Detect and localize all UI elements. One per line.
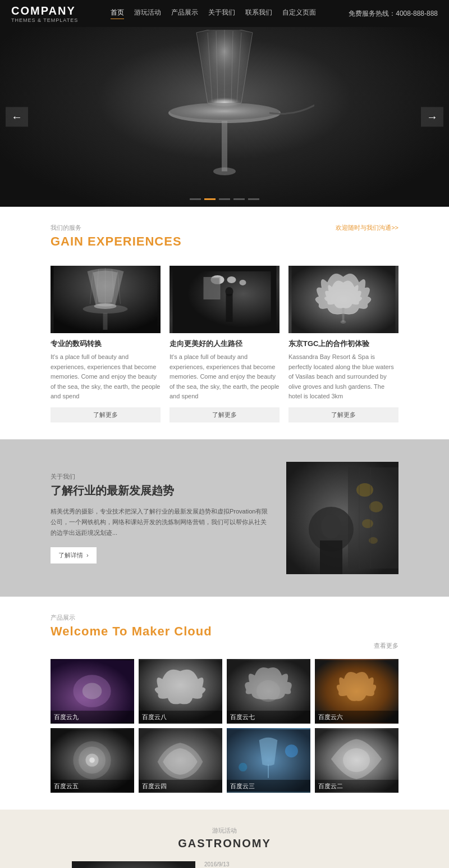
- product-item-8[interactable]: 百度云二: [315, 728, 398, 793]
- product-item-2[interactable]: 百度云八: [139, 659, 222, 724]
- product-label-3: 百度云七: [227, 711, 310, 724]
- product-label-2: 百度云八: [139, 711, 222, 724]
- logo-company: COMPANY: [11, 4, 76, 17]
- product-label-5: 百度云五: [51, 780, 134, 793]
- nav-item-home[interactable]: 首页: [111, 8, 124, 19]
- svg-rect-8: [222, 121, 227, 171]
- products-title: Welcome To Maker Cloud: [51, 624, 212, 639]
- event-info: 2016/9/13 TEENTEAMGOLDEN AGE 80's系列发售 20…: [204, 861, 377, 868]
- product-label-7: 百度云三: [227, 780, 310, 793]
- svg-rect-13: [103, 313, 108, 330]
- service-title-3: 东京TGC上的合作初体验: [288, 339, 398, 349]
- service-title-2: 走向更美好的人生路径: [169, 339, 280, 349]
- events-sub: 游玩活动: [51, 826, 398, 835]
- hero-dot-2[interactable]: [204, 198, 216, 200]
- events-title: GASTRONOMY: [51, 837, 398, 850]
- products-section: 产品展示 Welcome To Maker Cloud 查看更多 百度云九 百度…: [0, 597, 449, 810]
- logo-tagline: THEMES & TEMPLATES: [11, 17, 78, 23]
- svg-point-56: [343, 748, 370, 772]
- service-img-3: [288, 266, 398, 333]
- svg-point-42: [256, 680, 280, 702]
- service-img-2: [169, 266, 280, 333]
- service-desc-1: It's a place full of beauty and experien…: [51, 352, 161, 402]
- about-image: [286, 462, 398, 574]
- hero-lamp-svg: [135, 30, 314, 204]
- service-btn-3[interactable]: 了解更多: [288, 407, 398, 422]
- product-item-3[interactable]: 百度云七: [227, 659, 310, 724]
- svg-point-9: [213, 167, 236, 175]
- products-header: 产品展示 Welcome To Maker Cloud 查看更多: [51, 613, 398, 650]
- svg-rect-19: [226, 294, 233, 322]
- product-label-1: 百度云九: [51, 711, 134, 724]
- svg-point-12: [83, 305, 128, 313]
- about-btn-label: 了解详情: [58, 551, 83, 560]
- products-more[interactable]: 查看更多: [374, 642, 398, 650]
- nav-item-products[interactable]: 产品展示: [171, 8, 198, 19]
- header: COMPANY THEMES & TEMPLATES 首页 游玩活动 产品展示 …: [0, 0, 449, 27]
- service-btn-2[interactable]: 了解更多: [169, 407, 280, 422]
- services-section: 欢迎随时与我们沟通>> 我们的服务 GAIN EXPERIENCES: [0, 207, 449, 439]
- service-title-1: 专业的数码转换: [51, 339, 161, 349]
- svg-point-53: [239, 763, 247, 771]
- nav-item-contact[interactable]: 联系我们: [245, 8, 272, 19]
- svg-rect-28: [320, 540, 342, 574]
- products-grid: 百度云九 百度云八 百度云七: [51, 659, 398, 793]
- about-title: 了解行业的最新发展趋势: [51, 483, 269, 498]
- hero-dot-3[interactable]: [219, 198, 230, 200]
- hero-next-arrow[interactable]: →: [421, 107, 443, 127]
- svg-rect-57: [72, 861, 195, 868]
- products-sub: 产品展示: [51, 613, 212, 622]
- service-card-3: 东京TGC上的合作初体验 Kassandra Bay Resort & Spa …: [288, 266, 398, 422]
- product-item-4[interactable]: 百度云六: [315, 659, 398, 724]
- nav-item-about[interactable]: 关于我们: [208, 8, 235, 19]
- product-label-6: 百度云四: [139, 780, 222, 793]
- about-btn-arrow: ›: [86, 552, 89, 558]
- about-left: 关于我们 了解行业的最新发展趋势 精美优秀的摄影，专业技术把深入了解行业的最新发…: [51, 472, 269, 563]
- product-item-6[interactable]: 百度云四: [139, 728, 222, 793]
- event-image: [72, 861, 195, 868]
- service-card-2: 走向更美好的人生路径 It's a place full of beauty a…: [169, 266, 280, 422]
- svg-rect-15: [178, 271, 271, 328]
- services-header: 欢迎随时与我们沟通>> 我们的服务 GAIN EXPERIENCES: [51, 224, 398, 260]
- svg-point-18: [240, 280, 246, 285]
- event-card: 2016/9/13 TEENTEAMGOLDEN AGE 80's系列发售 20…: [72, 861, 377, 868]
- service-desc-3: Kassandra Bay Resort & Spa is perfectly …: [288, 352, 398, 402]
- svg-point-49: [89, 757, 95, 763]
- about-btn[interactable]: 了解详情 ›: [51, 547, 97, 563]
- event-date: 2016/9/13: [204, 861, 377, 867]
- svg-rect-22: [205, 278, 219, 298]
- nav-item-custom[interactable]: 自定义页面: [282, 8, 316, 19]
- service-desc-2: It's a place full of beauty and experien…: [169, 352, 280, 402]
- about-desc: 精美优秀的摄影，专业技术把深入了解行业的最新发展趋势和虚拟Provation有限…: [51, 506, 269, 538]
- service-img-1: [51, 266, 161, 333]
- service-card-1: 专业的数码转换 It's a place full of beauty and …: [51, 266, 161, 422]
- product-item-5[interactable]: 百度云五: [51, 728, 134, 793]
- hero-dot-5[interactable]: [248, 198, 259, 200]
- product-item-7[interactable]: 百度云三: [227, 728, 310, 793]
- hero-dots: [190, 198, 259, 200]
- about-right: [286, 462, 398, 574]
- service-btn-1[interactable]: 了解更多: [51, 407, 161, 422]
- services-link[interactable]: 欢迎随时与我们沟通>>: [336, 224, 398, 232]
- events-header: 游玩活动 GASTRONOMY: [51, 826, 398, 850]
- events-section: 游玩活动 GASTRONOMY ←: [0, 810, 449, 868]
- hero-dot-4[interactable]: [233, 198, 245, 200]
- svg-point-17: [227, 276, 236, 283]
- logo-area: COMPANY THEMES & TEMPLATES: [11, 4, 78, 23]
- product-label-8: 百度云二: [315, 780, 398, 793]
- hotline: 免费服务热线：4008-888-888: [349, 9, 438, 19]
- hero-background: [0, 27, 449, 207]
- svg-point-39: [83, 683, 102, 699]
- events-content: ←: [51, 861, 398, 868]
- hero-dot-1[interactable]: [190, 198, 201, 200]
- nav-item-activities[interactable]: 游玩活动: [134, 8, 161, 19]
- product-item-1[interactable]: 百度云九: [51, 659, 134, 724]
- main-nav: 首页 游玩活动 产品展示 关于我们 联系我们 自定义页面: [111, 8, 316, 19]
- svg-point-52: [285, 744, 298, 757]
- hero-prev-arrow[interactable]: ←: [6, 107, 28, 127]
- svg-point-20: [226, 287, 233, 296]
- svg-rect-34: [348, 467, 398, 569]
- about-section: 关于我们 了解行业的最新发展趋势 精美优秀的摄影，专业技术把深入了解行业的最新发…: [0, 439, 449, 597]
- about-sub: 关于我们: [51, 472, 269, 481]
- svg-point-7: [169, 103, 280, 120]
